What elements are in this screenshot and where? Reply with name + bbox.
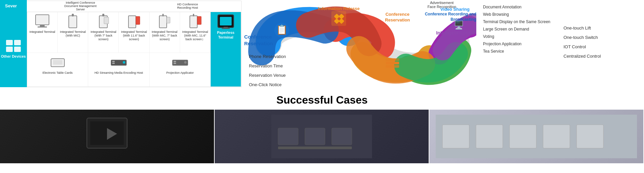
device-label-4: Integrated Terminal (With MIC, 7" back s… xyxy=(151,30,178,41)
diagram-panel: 📋 xyxy=(241,0,476,87)
conf-recording-label: Conference Recording and Broadcasting xyxy=(409,12,476,22)
successful-cases-section: Successful Cases xyxy=(0,87,644,110)
svg-rect-47 xyxy=(305,128,325,145)
device-other-label-0: Electronic Table Cards xyxy=(43,71,73,75)
svg-rect-53 xyxy=(509,125,536,148)
server-label: Sever xyxy=(0,0,27,12)
svg-rect-3 xyxy=(69,16,77,28)
devices-grid: Other Devices Integrated Terminal xyxy=(0,12,241,87)
successful-cases-title: Successful Cases xyxy=(0,94,644,106)
one-touch-lift: One-touch Lift xyxy=(564,23,637,33)
device-other-label-1: HD Streaming Media Encoding Host xyxy=(95,71,143,75)
device-label-2: Integrated Terminal (With 7" back screen… xyxy=(90,30,117,41)
device-stream: HD Streaming Media Encoding Host xyxy=(88,53,149,87)
svg-rect-15 xyxy=(197,16,201,24)
device-proj: Projection Applicator xyxy=(150,53,211,87)
device-mic-7back: Integrated Terminal (With MIC, 7" back s… xyxy=(150,12,180,53)
device-mic-7back-img xyxy=(156,14,173,29)
proj-img xyxy=(172,55,189,70)
conf-features-title: Document Annotation Web Browsing Termina… xyxy=(483,3,557,55)
one-click-notice: One-Click Notice xyxy=(249,80,286,87)
intelligent-features-column: One-touch Lift One-touch Switch IOT Cont… xyxy=(564,3,637,84)
svg-rect-13 xyxy=(190,16,197,28)
bottom-img-1-svg xyxy=(73,115,141,158)
phone-reservation: Phone Reservation xyxy=(249,52,286,61)
svg-point-25 xyxy=(123,61,125,63)
intelligent-features-list: One-touch Lift One-touch Switch IOT Cont… xyxy=(564,23,637,61)
svg-rect-11 xyxy=(162,14,164,16)
other-devices-panel: Other Devices xyxy=(0,12,27,87)
device-116back: Integrated Terminal (With 11.6" back scr… xyxy=(119,12,149,53)
device-label-5: Integrated Terminal (With MIC, 11.6" bac… xyxy=(181,30,209,41)
conf-features-column: Document Annotation Web Browsing Termina… xyxy=(483,3,557,84)
large-screen: Large Screen on Demand xyxy=(483,25,557,33)
svg-rect-55 xyxy=(577,125,603,148)
svg-rect-2 xyxy=(38,26,47,27)
svg-rect-1 xyxy=(40,25,45,26)
device-items-grid: Integrated Terminal Integrated Terminal … xyxy=(27,12,241,87)
svg-rect-27 xyxy=(173,61,176,62)
svg-rect-18 xyxy=(223,26,228,28)
doc-annotation: Document Annotation xyxy=(483,3,557,11)
diagram-labels: Conference Reservation Information Reles… xyxy=(241,0,476,87)
device-integrated-mic: Integrated Terminal (With MIC) xyxy=(58,12,88,53)
bottom-images xyxy=(0,110,644,163)
left-panel: Sever Intelligent Conference Document Ma… xyxy=(0,0,241,87)
svg-rect-49 xyxy=(278,147,352,149)
diagram-container: 📋 xyxy=(241,0,476,87)
device-table-card: Electronic Table Cards xyxy=(27,53,88,87)
bottom-img-3 xyxy=(429,110,644,163)
reservation-venue: Reservation Venue xyxy=(249,71,286,80)
web-browsing: Web Browsing xyxy=(483,11,557,18)
reservation-time: Reservation Time xyxy=(249,61,286,71)
svg-rect-17 xyxy=(220,17,231,25)
device-mic-116back: Integrated Terminal (With MIC, 11.6" bac… xyxy=(180,12,211,53)
info-release-label: Information Relesse xyxy=(315,6,362,11)
video-sharing-label: Video Sharing xyxy=(440,7,470,12)
stream-img xyxy=(110,55,127,70)
server-item-2: HD Conference Recording Host xyxy=(171,3,204,9)
svg-rect-9 xyxy=(136,16,140,24)
svg-rect-8 xyxy=(128,16,136,28)
device-paperless: Paperless Terminal xyxy=(211,12,241,87)
reservation-list: Phone Reservation Reservation Time Reser… xyxy=(249,52,286,87)
centralized-control: Centralized Control xyxy=(564,52,637,61)
svg-rect-52 xyxy=(476,125,503,148)
other-devices-icons xyxy=(6,40,21,52)
svg-rect-7 xyxy=(104,17,109,24)
svg-rect-19 xyxy=(222,28,230,29)
other-devices-label: Other Devices xyxy=(1,54,26,59)
svg-point-29 xyxy=(184,61,186,63)
device-116back-img xyxy=(125,14,142,29)
voting: Voting xyxy=(483,33,557,40)
right-panel: Document Annotation Web Browsing Termina… xyxy=(476,0,644,87)
device-label-3: Integrated Terminal (With 11.6" back scr… xyxy=(120,30,148,41)
table-card-img xyxy=(49,55,66,70)
bottom-img-2-svg xyxy=(271,115,372,158)
svg-rect-21 xyxy=(53,60,62,65)
projection: Projection Application xyxy=(483,40,557,48)
svg-rect-51 xyxy=(442,125,469,148)
top-section: Sever Intelligent Conference Document Ma… xyxy=(0,0,644,87)
integrated-terminal-img xyxy=(34,14,51,29)
svg-rect-23 xyxy=(112,61,114,62)
tea-service: Tea Service xyxy=(483,48,557,55)
svg-rect-46 xyxy=(278,128,298,145)
one-touch-switch: One-touch Switch xyxy=(564,33,637,42)
device-other-label-2: Projection Applicator xyxy=(166,71,194,75)
adv-label: Advertisement xyxy=(427,1,456,5)
svg-rect-24 xyxy=(112,63,114,64)
device-label-1: Integrated Terminal (With MIC) xyxy=(59,30,87,38)
intelligent-control-label: Intelligent Control xyxy=(423,30,476,36)
device-7back: Integrated Terminal (With 7" back screen… xyxy=(88,12,119,53)
iot-control: IOT Control xyxy=(564,42,637,52)
svg-rect-6 xyxy=(102,14,104,16)
svg-rect-14 xyxy=(193,14,194,16)
device-integrated: Integrated Terminal xyxy=(27,12,58,53)
svg-rect-48 xyxy=(332,128,352,145)
svg-rect-12 xyxy=(167,17,170,23)
svg-rect-28 xyxy=(173,63,176,64)
device-label-6: Paperless Terminal xyxy=(212,30,239,40)
svg-rect-54 xyxy=(543,125,570,148)
bottom-img-1 xyxy=(0,110,215,163)
